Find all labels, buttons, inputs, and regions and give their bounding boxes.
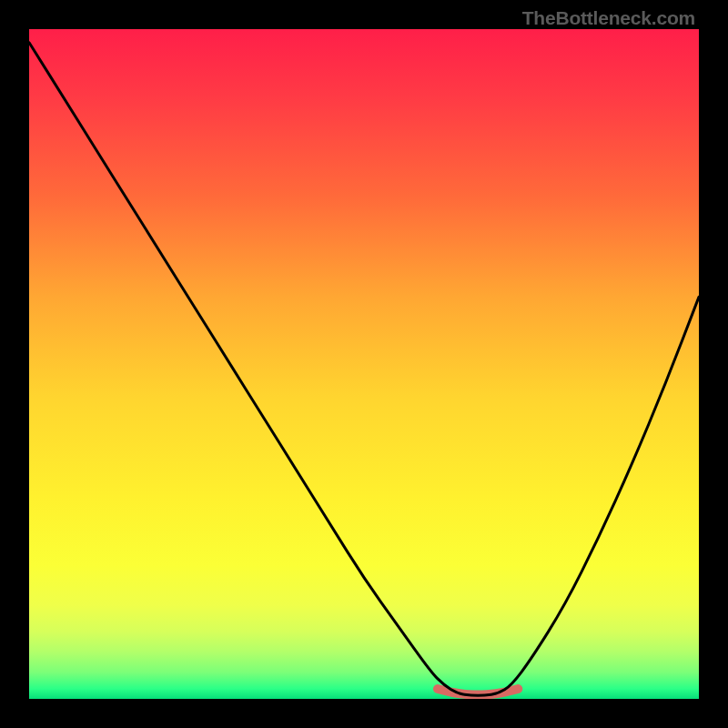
plot-area: [29, 29, 699, 699]
chart-frame: TheBottleneck.com: [0, 0, 728, 728]
bottleneck-curve: [29, 43, 699, 696]
curve-layer: [29, 29, 699, 699]
watermark-text: TheBottleneck.com: [522, 7, 695, 29]
